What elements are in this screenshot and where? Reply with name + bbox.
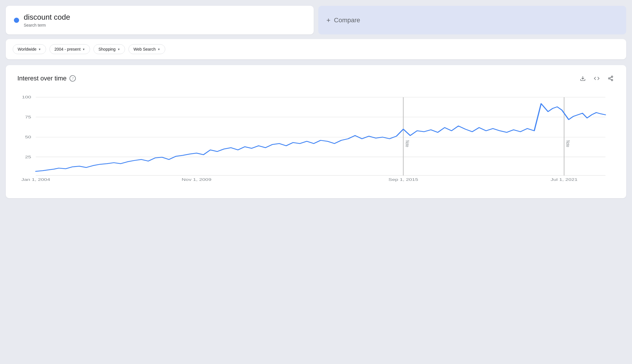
download-button[interactable] — [579, 74, 587, 82]
search-term-dot — [14, 18, 19, 23]
chart-svg: 100 75 50 25 Note Note Jan 1, 2004 Nov 1… — [17, 94, 615, 187]
svg-text:25: 25 — [25, 155, 31, 159]
svg-text:Sep 1, 2015: Sep 1, 2015 — [388, 177, 418, 182]
search-term-title: discount code — [24, 13, 70, 22]
embed-button[interactable] — [593, 74, 601, 82]
category-filter[interactable]: Shopping ▼ — [93, 44, 125, 54]
svg-text:Note: Note — [565, 140, 570, 147]
svg-text:100: 100 — [22, 95, 31, 100]
svg-text:Note: Note — [405, 140, 409, 147]
search-type-filter-label: Web Search — [133, 47, 156, 52]
time-range-dropdown-arrow: ▼ — [82, 48, 85, 51]
chart-card: Interest over time ? — [6, 65, 626, 198]
search-type-filter[interactable]: Web Search ▼ — [128, 44, 165, 54]
filters-card: Worldwide ▼ 2004 - present ▼ Shopping ▼ … — [6, 39, 626, 59]
svg-point-2 — [609, 78, 610, 79]
chart-title-row: Interest over time ? — [17, 75, 76, 82]
category-dropdown-arrow: ▼ — [117, 48, 120, 51]
svg-text:75: 75 — [25, 115, 31, 119]
help-icon[interactable]: ? — [69, 75, 76, 82]
search-term-card: discount code Search term — [6, 6, 314, 34]
time-range-filter[interactable]: 2004 - present ▼ — [49, 44, 90, 54]
chart-actions — [579, 74, 615, 82]
chart-wrapper: 100 75 50 25 Note Note Jan 1, 2004 Nov 1… — [17, 94, 615, 187]
compare-card[interactable]: + Compare — [318, 6, 626, 34]
location-dropdown-arrow: ▼ — [38, 48, 41, 51]
chart-header: Interest over time ? — [17, 74, 615, 82]
svg-text:Jul 1, 2021: Jul 1, 2021 — [551, 177, 578, 182]
search-term-text: discount code Search term — [24, 13, 70, 27]
location-filter-label: Worldwide — [18, 47, 36, 52]
search-term-subtitle: Search term — [24, 23, 70, 27]
download-icon — [580, 76, 586, 81]
compare-label: Compare — [334, 16, 360, 24]
embed-icon — [594, 76, 600, 81]
compare-plus-icon: + — [326, 16, 330, 24]
location-filter[interactable]: Worldwide ▼ — [13, 44, 46, 54]
share-icon — [608, 76, 613, 81]
svg-point-1 — [611, 76, 613, 78]
svg-text:Jan 1, 2004: Jan 1, 2004 — [21, 177, 50, 182]
chart-title: Interest over time — [17, 75, 67, 82]
svg-line-5 — [610, 77, 611, 78]
search-type-dropdown-arrow: ▼ — [157, 48, 160, 51]
svg-line-4 — [610, 79, 611, 80]
share-button[interactable] — [607, 74, 615, 82]
svg-text:50: 50 — [25, 135, 31, 139]
time-range-filter-label: 2004 - present — [54, 47, 80, 52]
svg-text:Nov 1, 2009: Nov 1, 2009 — [182, 177, 212, 182]
svg-point-3 — [611, 80, 613, 81]
category-filter-label: Shopping — [98, 47, 115, 52]
